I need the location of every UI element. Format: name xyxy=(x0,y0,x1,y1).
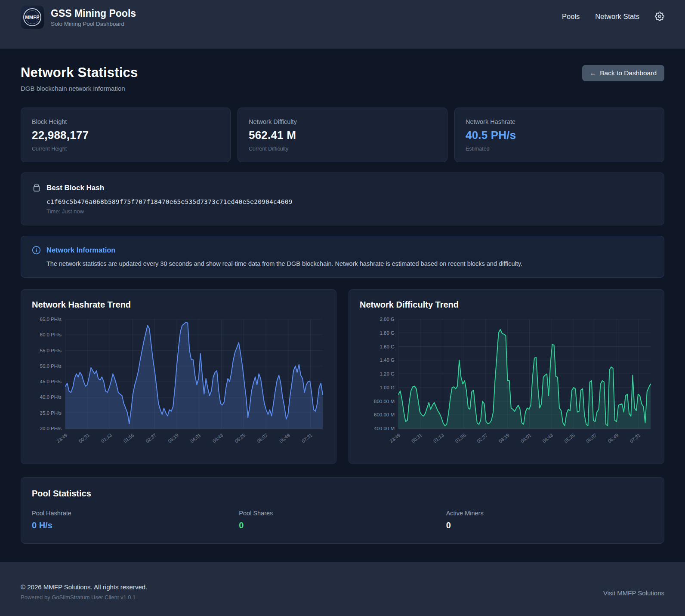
svg-text:05:25: 05:25 xyxy=(563,432,576,444)
hashrate-trend-chart: 65.0 PH/s60.0 PH/s55.0 PH/s50.0 PH/s45.0… xyxy=(32,314,325,456)
svg-text:60.0 PH/s: 60.0 PH/s xyxy=(40,333,62,338)
svg-text:1.80 G: 1.80 G xyxy=(380,330,395,336)
svg-text:1.20 G: 1.20 G xyxy=(380,371,395,376)
stat-label: Network Difficulty xyxy=(249,118,436,125)
network-information-title: Network Information xyxy=(46,246,115,254)
svg-text:01:55: 01:55 xyxy=(454,432,466,444)
best-block-hash-card: Best Block Hash c1f69c5b476a068b589f75f7… xyxy=(21,172,664,225)
svg-text:03:19: 03:19 xyxy=(167,432,179,444)
svg-text:04:01: 04:01 xyxy=(520,432,532,444)
svg-text:03:19: 03:19 xyxy=(498,432,510,444)
stat-sub: Current Difficulty xyxy=(249,146,436,152)
svg-text:800.00 M: 800.00 M xyxy=(374,399,395,404)
best-block-hash-value: c1f69c5b476a068b589f75f707f18470e65e535d… xyxy=(46,198,653,205)
pool-statistics-title: Pool Statistics xyxy=(32,489,653,499)
svg-text:23:49: 23:49 xyxy=(56,432,68,444)
app-footer: © 2026 MMFP Solutions. All rights reserv… xyxy=(0,562,685,616)
svg-text:30.0 PH/s: 30.0 PH/s xyxy=(40,426,62,431)
mmfp-logo-badge: MMFP xyxy=(23,8,41,26)
stat-label: Block Height xyxy=(32,118,219,125)
app-title: GSS Mining Pools xyxy=(51,7,136,20)
back-arrow-icon: ← xyxy=(590,69,597,77)
nav-network-stats[interactable]: Network Stats xyxy=(595,12,639,21)
svg-text:06:07: 06:07 xyxy=(585,432,598,444)
svg-text:2.00 G: 2.00 G xyxy=(380,317,395,322)
svg-text:07:31: 07:31 xyxy=(629,432,641,444)
network-information-body: The network statistics are updated every… xyxy=(46,259,653,268)
svg-text:01:55: 01:55 xyxy=(122,432,135,444)
pool-shares-value: 0 xyxy=(239,521,446,530)
stat-cards-row: Block Height 22,988,177 Current Height N… xyxy=(21,108,664,162)
svg-text:40.0 PH/s: 40.0 PH/s xyxy=(40,395,62,400)
app-header: MMFP GSS Mining Pools Solo Mining Pool D… xyxy=(0,0,685,49)
page-title: Network Statistics xyxy=(21,65,138,80)
pool-statistics-card: Pool Statistics Pool Hashrate 0 H/s Pool… xyxy=(21,477,664,544)
block-box-icon xyxy=(32,183,41,193)
pool-shares-item: Pool Shares 0 xyxy=(239,510,446,530)
svg-text:400.00 M: 400.00 M xyxy=(374,426,395,431)
svg-text:50.0 PH/s: 50.0 PH/s xyxy=(40,363,62,369)
hashrate-chart-title: Network Hashrate Trend xyxy=(32,300,325,310)
app-logo[interactable]: MMFP xyxy=(21,6,44,29)
active-miners-item: Active Miners 0 xyxy=(446,510,653,530)
svg-text:600.00 M: 600.00 M xyxy=(374,413,395,418)
back-to-dashboard-button[interactable]: ← Back to Dashboard xyxy=(582,65,664,81)
svg-text:1.00 G: 1.00 G xyxy=(380,385,395,390)
svg-text:23:49: 23:49 xyxy=(389,432,401,444)
nav-pools[interactable]: Pools xyxy=(562,12,580,21)
svg-text:02:37: 02:37 xyxy=(145,432,157,444)
svg-text:01:13: 01:13 xyxy=(432,432,445,444)
svg-text:01:13: 01:13 xyxy=(100,432,113,444)
svg-text:1.40 G: 1.40 G xyxy=(380,358,395,363)
info-icon xyxy=(32,246,41,255)
settings-gear-icon[interactable] xyxy=(655,12,664,21)
stat-label: Network Hashrate xyxy=(466,118,653,125)
svg-text:05:25: 05:25 xyxy=(234,432,246,444)
header-nav: Pools Network Stats xyxy=(562,12,664,21)
active-miners-label: Active Miners xyxy=(446,510,653,517)
svg-text:55.0 PH/s: 55.0 PH/s xyxy=(40,348,62,353)
page-subtitle: DGB blockchain network information xyxy=(21,85,138,92)
block-height-card: Block Height 22,988,177 Current Height xyxy=(21,108,231,162)
difficulty-chart-title: Network Difficulty Trend xyxy=(360,300,653,310)
network-information-card: Network Information The network statisti… xyxy=(21,236,664,278)
best-block-hash-time: Time: Just now xyxy=(46,208,653,215)
best-block-hash-title: Best Block Hash xyxy=(46,184,104,192)
visit-mmfp-link[interactable]: Visit MMFP Solutions xyxy=(603,589,664,597)
network-difficulty-value: 562.41 M xyxy=(249,129,436,142)
charts-row: Network Hashrate Trend 65.0 PH/s60.0 PH/… xyxy=(21,289,664,464)
svg-text:07:31: 07:31 xyxy=(301,432,313,444)
svg-text:35.0 PH/s: 35.0 PH/s xyxy=(40,410,62,416)
svg-text:1.60 G: 1.60 G xyxy=(380,344,395,349)
pool-hashrate-value: 0 H/s xyxy=(32,521,239,530)
app-subtitle: Solo Mining Pool Dashboard xyxy=(51,21,136,27)
pool-shares-label: Pool Shares xyxy=(239,510,446,517)
svg-text:04:01: 04:01 xyxy=(189,432,202,444)
network-hashrate-value: 40.5 PH/s xyxy=(466,129,653,142)
footer-copyright: © 2026 MMFP Solutions. All rights reserv… xyxy=(21,583,147,591)
stat-sub: Estimated xyxy=(466,146,653,152)
footer-powered-by: Powered by GoSlimStratum User Client v1.… xyxy=(21,594,147,601)
back-button-label: Back to Dashboard xyxy=(600,69,657,77)
active-miners-value: 0 xyxy=(446,521,653,530)
svg-text:65.0 PH/s: 65.0 PH/s xyxy=(40,317,62,322)
block-height-value: 22,988,177 xyxy=(32,129,219,142)
pool-hashrate-item: Pool Hashrate 0 H/s xyxy=(32,510,239,530)
svg-text:00:31: 00:31 xyxy=(78,432,90,444)
pool-hashrate-label: Pool Hashrate xyxy=(32,510,239,517)
logo-text: MMFP xyxy=(25,15,40,20)
main-content: Network Statistics DGB blockchain networ… xyxy=(0,49,685,544)
svg-text:02:37: 02:37 xyxy=(476,432,488,444)
svg-text:06:49: 06:49 xyxy=(278,432,291,444)
network-hashrate-card: Network Hashrate 40.5 PH/s Estimated xyxy=(454,108,664,162)
network-hashrate-trend-card: Network Hashrate Trend 65.0 PH/s60.0 PH/… xyxy=(21,289,336,464)
difficulty-trend-chart: 2.00 G1.80 G1.60 G1.40 G1.20 G1.00 G800.… xyxy=(360,314,653,456)
svg-text:00:31: 00:31 xyxy=(410,432,423,444)
stat-sub: Current Height xyxy=(32,146,219,152)
svg-text:06:07: 06:07 xyxy=(256,432,268,444)
svg-text:04:43: 04:43 xyxy=(541,432,554,444)
svg-text:04:43: 04:43 xyxy=(212,432,224,444)
svg-text:45.0 PH/s: 45.0 PH/s xyxy=(40,379,62,384)
svg-text:06:49: 06:49 xyxy=(607,432,620,444)
network-difficulty-trend-card: Network Difficulty Trend 2.00 G1.80 G1.6… xyxy=(349,289,664,464)
